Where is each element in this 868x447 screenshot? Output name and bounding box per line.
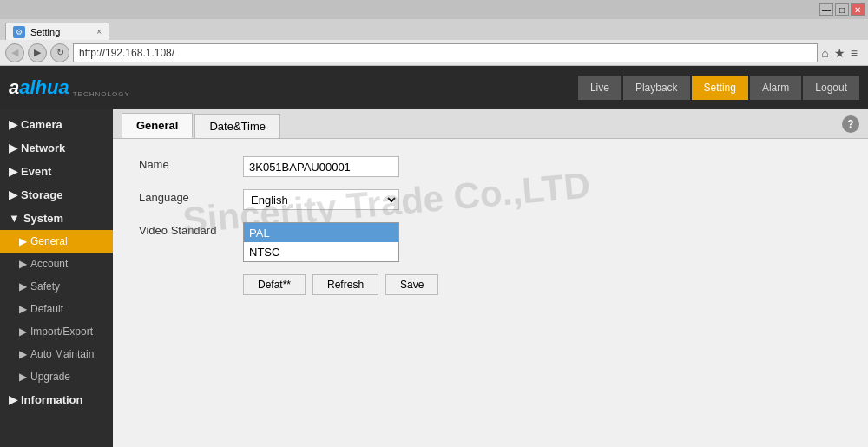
arrow-icon-safety: ▶: [19, 280, 27, 293]
sidebar-label-event: Event: [21, 165, 51, 178]
sidebar-label-information: Information: [21, 393, 83, 406]
alarm-button[interactable]: Alarm: [750, 76, 801, 100]
tab-title: Setting: [30, 27, 60, 37]
logo-sub: TECHNOLOGY: [73, 90, 130, 98]
sidebar-label-general: General: [30, 235, 68, 247]
forward-button[interactable]: ▶: [28, 43, 47, 62]
form-area: Sincerity Trade Co.,LTD Name Language En…: [113, 139, 868, 312]
language-label: Language: [139, 189, 243, 204]
arrow-icon-event: ▶: [9, 165, 17, 178]
close-button[interactable]: ✕: [851, 3, 865, 16]
logo-area: aalhua TECHNOLOGY: [9, 76, 130, 99]
sidebar-label-network: Network: [21, 141, 65, 154]
sidebar-item-general[interactable]: ▶ General: [0, 230, 113, 253]
home-icon[interactable]: ⌂: [821, 46, 828, 60]
sidebar-item-importexport[interactable]: ▶ Import/Export: [0, 320, 113, 343]
header-nav: Live Playback Setting Alarm Logout: [578, 76, 859, 100]
app-wrapper: aalhua TECHNOLOGY Live Playback Setting …: [0, 66, 868, 447]
arrow-icon-default: ▶: [19, 303, 27, 315]
browser-favicons: ⌂ ★ ≡: [821, 46, 863, 60]
browser-tab-bar: ⚙ Setting ×: [0, 19, 868, 40]
arrow-icon: ▶: [9, 118, 17, 131]
button-row: Defat** Refresh Save: [243, 274, 842, 295]
star-icon[interactable]: ★: [834, 46, 845, 60]
sidebar-item-network[interactable]: ▶ Network: [0, 136, 113, 160]
refresh-button[interactable]: Refresh: [312, 274, 378, 295]
sidebar-label-automaintain: Auto Maintain: [30, 348, 94, 360]
arrow-icon-network: ▶: [9, 141, 17, 154]
logout-button[interactable]: Logout: [803, 76, 859, 100]
form-row-language: Language English: [139, 189, 842, 210]
sidebar-label-default: Default: [30, 303, 63, 315]
videostandard-dropdown-box: PAL NTSC: [243, 222, 399, 262]
language-select[interactable]: English: [243, 189, 399, 210]
form-row-videostandard: Video Standard PAL NTSC: [139, 222, 842, 262]
arrow-icon-system: ▼: [9, 212, 20, 225]
sidebar-label-storage: Storage: [21, 188, 62, 201]
content-panel: General Date&Time ? Sincerity Trade Co.,…: [113, 109, 868, 447]
back-button[interactable]: ◀: [5, 43, 24, 62]
sidebar-label-camera: Camera: [21, 118, 62, 131]
app-header: aalhua TECHNOLOGY Live Playback Setting …: [0, 66, 868, 109]
arrow-icon-upgrade: ▶: [19, 371, 27, 383]
sidebar-label-importexport: Import/Export: [30, 325, 93, 338]
sidebar-label-account: Account: [30, 258, 68, 270]
sidebar-label-safety: Safety: [30, 280, 60, 293]
tab-row: General Date&Time ?: [113, 109, 868, 139]
save-button[interactable]: Save: [385, 274, 438, 295]
arrow-icon-importexport: ▶: [19, 325, 27, 338]
sidebar-item-event[interactable]: ▶ Event: [0, 160, 113, 183]
sidebar-item-storage[interactable]: ▶ Storage: [0, 183, 113, 207]
arrow-icon-general: ▶: [19, 235, 27, 247]
tab-close-button[interactable]: ×: [96, 27, 102, 36]
tab-datetime[interactable]: Date&Time: [194, 114, 280, 138]
sidebar-item-upgrade[interactable]: ▶ Upgrade: [0, 365, 113, 388]
arrow-icon-account: ▶: [19, 258, 27, 270]
sidebar-item-account[interactable]: ▶ Account: [0, 253, 113, 275]
tab-general[interactable]: General: [122, 113, 193, 138]
address-text: http://192.168.1.108/: [79, 47, 174, 59]
arrow-icon-information: ▶: [9, 393, 17, 406]
setting-button[interactable]: Setting: [692, 76, 748, 100]
sidebar-item-automaintain[interactable]: ▶ Auto Maintain: [0, 343, 113, 365]
sidebar: ▶ Camera ▶ Network ▶ Event ▶ Storage ▼ S…: [0, 109, 113, 447]
sidebar-label-system: System: [23, 212, 63, 225]
browser-titlebar: — □ ✕: [0, 0, 868, 19]
browser-tab[interactable]: ⚙ Setting ×: [5, 23, 109, 40]
sidebar-item-camera[interactable]: ▶ Camera: [0, 113, 113, 136]
main-content: ▶ Camera ▶ Network ▶ Event ▶ Storage ▼ S…: [0, 109, 868, 447]
videostandard-option-ntsc[interactable]: NTSC: [244, 242, 398, 261]
form-row-name: Name: [139, 156, 842, 177]
sidebar-item-default[interactable]: ▶ Default: [0, 298, 113, 320]
maximize-button[interactable]: □: [835, 3, 849, 16]
address-bar[interactable]: http://192.168.1.108/: [73, 43, 818, 62]
sidebar-label-upgrade: Upgrade: [30, 371, 70, 383]
default-button[interactable]: Defat**: [243, 274, 306, 295]
sidebar-item-information[interactable]: ▶ Information: [0, 388, 113, 411]
videostandard-dropdown[interactable]: PAL NTSC: [243, 222, 399, 262]
logo-text: aalhua: [9, 76, 69, 99]
sidebar-item-system[interactable]: ▼ System: [0, 207, 113, 230]
name-label: Name: [139, 156, 243, 171]
help-icon[interactable]: ?: [842, 115, 859, 133]
refresh-button[interactable]: ↻: [50, 43, 69, 62]
videostandard-label: Video Standard: [139, 222, 243, 237]
live-button[interactable]: Live: [578, 76, 621, 100]
arrow-icon-storage: ▶: [9, 188, 17, 201]
videostandard-option-pal[interactable]: PAL: [244, 223, 398, 242]
menu-icon[interactable]: ≡: [851, 46, 858, 60]
browser-toolbar: ◀ ▶ ↻ http://192.168.1.108/ ⌂ ★ ≡: [0, 40, 868, 66]
sidebar-item-safety[interactable]: ▶ Safety: [0, 275, 113, 298]
arrow-icon-automaintain: ▶: [19, 348, 27, 360]
name-input[interactable]: [243, 156, 399, 177]
playback-button[interactable]: Playback: [623, 76, 690, 100]
minimize-button[interactable]: —: [819, 3, 833, 16]
tab-favicon: ⚙: [13, 26, 25, 38]
